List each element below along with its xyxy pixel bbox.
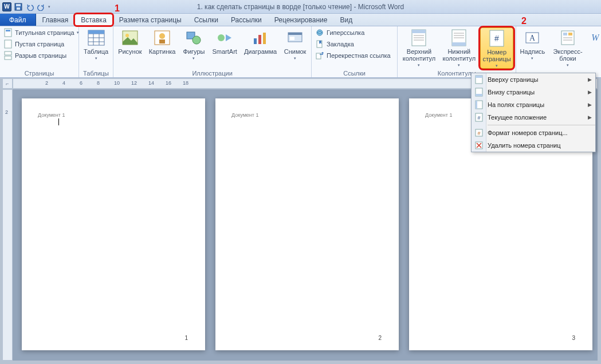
text-cursor (58, 118, 59, 125)
wordart-button[interactable]: W (590, 27, 601, 47)
quickparts-button[interactable]: Экспресс-блоки▾ (548, 27, 587, 68)
ribbon-insert: Титульная страница▾ Пустая страница Разр… (0, 26, 601, 78)
svg-rect-24 (258, 35, 261, 44)
svg-rect-7 (5, 56, 11, 60)
svg-rect-55 (476, 94, 482, 96)
page-number-button[interactable]: # Номер страницы▾ (480, 27, 514, 69)
menu-remove-page-numbers[interactable]: Удалить номера страниц (472, 139, 595, 152)
page-number-3: 3 (572, 335, 575, 341)
clipart-button[interactable]: Картинка (147, 27, 178, 55)
table-icon (87, 29, 105, 47)
svg-text:W: W (591, 33, 599, 42)
tab-view[interactable]: Вид (333, 14, 359, 26)
header-text: Документ 1 (38, 112, 189, 118)
textbox-button[interactable]: A Надпись▾ (518, 27, 546, 61)
redo-icon[interactable] (37, 2, 46, 11)
page-top-icon (474, 74, 484, 85)
shapes-button[interactable]: Фигуры▾ (180, 27, 207, 61)
menu-top-of-page[interactable]: Вверху страницы▶ (472, 73, 595, 86)
svg-text:#: # (494, 34, 499, 43)
svg-text:#: # (477, 115, 480, 121)
tab-references[interactable]: Ссылки (188, 14, 225, 26)
svg-text:#: # (477, 130, 480, 136)
svg-rect-4 (6, 30, 10, 31)
svg-rect-48 (568, 33, 572, 35)
page-2[interactable]: Документ 1 2 (215, 98, 399, 350)
menu-bottom-of-page[interactable]: Внизу страницы▶ (472, 86, 595, 98)
header-button[interactable]: Верхний колонтитул▾ (400, 27, 438, 68)
word-app-icon[interactable]: W (2, 2, 11, 11)
header-icon (410, 29, 428, 47)
page-number-icon: # (488, 29, 506, 48)
save-icon[interactable] (14, 2, 23, 11)
undo-icon[interactable] (25, 2, 34, 11)
blank-page-button[interactable]: Пустая страница (2, 39, 80, 49)
page-break-icon (3, 51, 13, 60)
cover-page-icon (3, 28, 13, 37)
hyperlink-button[interactable]: Гиперссылка (314, 27, 392, 38)
group-header-footer: Верхний колонтитул▾ Нижний колонтитул▾ #… (398, 26, 516, 77)
current-position-icon: # (474, 112, 484, 122)
menu-format-page-numbers[interactable]: # Формат номеров страниц... (472, 126, 595, 139)
tab-insert[interactable]: Вставка (74, 14, 113, 26)
group-pages: Титульная страница▾ Пустая страница Разр… (0, 26, 79, 77)
svg-point-18 (159, 33, 165, 39)
crossref-button[interactable]: Перекрестная ссылка (314, 50, 392, 61)
menu-page-margins[interactable]: На полях страницы▶ (472, 98, 595, 111)
tab-file[interactable]: Файл (0, 14, 36, 26)
header-text: Документ 1 (231, 112, 383, 118)
group-illustrations: Рисунок Картинка Фигуры▾ SmartArt Диагра… (113, 26, 312, 77)
ribbon-tabs: Файл Главная Вставка Разметка страницы С… (0, 14, 601, 26)
picture-button[interactable]: Рисунок (116, 27, 144, 55)
svg-rect-6 (5, 52, 11, 55)
svg-rect-5 (5, 40, 11, 48)
qat-customize-icon[interactable]: ▾ (48, 5, 50, 9)
smartart-button[interactable]: SmartArt (210, 27, 239, 55)
screenshot-button[interactable]: Снимок▾ (281, 27, 309, 61)
bookmark-icon (315, 39, 324, 49)
svg-rect-14 (88, 30, 104, 34)
page-margins-icon (474, 100, 484, 110)
group-text: A Надпись▾ Экспресс-блоки▾ W (516, 26, 601, 77)
crossref-icon (315, 51, 324, 60)
page-number-2: 2 (378, 335, 382, 341)
svg-rect-28 (290, 37, 294, 40)
svg-rect-25 (263, 33, 266, 44)
page-number-1: 1 (184, 335, 188, 341)
chart-icon (251, 29, 269, 47)
svg-rect-1 (16, 4, 21, 6)
svg-point-22 (218, 34, 225, 41)
menu-current-position[interactable]: # Текущее положение▶ (472, 111, 595, 124)
table-button[interactable]: Таблица▾ (81, 27, 111, 61)
ruler-corner[interactable]: ⌐ (2, 78, 13, 89)
window-title: 1. как сделать страницы в ворде [только … (197, 3, 404, 11)
shapes-icon (184, 29, 203, 47)
format-icon: # (474, 128, 484, 138)
svg-point-21 (193, 36, 201, 44)
remove-icon (474, 140, 484, 151)
textbox-icon: A (523, 29, 541, 47)
hyperlink-icon (315, 28, 324, 37)
tab-review[interactable]: Рецензирование (268, 14, 334, 26)
title-bar: W ▾ 1. как сделать страницы в ворде [тол… (0, 0, 601, 14)
svg-rect-23 (254, 38, 257, 44)
vertical-ruler[interactable]: 2 (2, 89, 13, 361)
svg-rect-19 (159, 39, 165, 43)
svg-rect-53 (476, 76, 482, 78)
svg-rect-47 (563, 33, 567, 35)
tab-mailings[interactable]: Рассылки (225, 14, 268, 26)
tab-home[interactable]: Главная (36, 14, 75, 26)
chart-button[interactable]: Диаграмма (242, 27, 279, 55)
cover-page-button[interactable]: Титульная страница▾ (2, 27, 80, 38)
svg-rect-33 (412, 30, 426, 33)
screenshot-icon (286, 29, 304, 47)
footer-button[interactable]: Нижний колонтитул▾ (441, 27, 478, 68)
svg-rect-2 (17, 7, 20, 10)
tab-page-layout[interactable]: Разметка страницы (113, 14, 188, 26)
page-break-button[interactable]: Разрыв страницы (2, 50, 80, 61)
footer-icon (450, 29, 468, 47)
page-1[interactable]: Документ 1 1 (22, 98, 205, 350)
bookmark-button[interactable]: Закладка (314, 39, 392, 49)
svg-rect-57 (476, 101, 477, 109)
quick-access-toolbar: W ▾ (2, 2, 50, 11)
